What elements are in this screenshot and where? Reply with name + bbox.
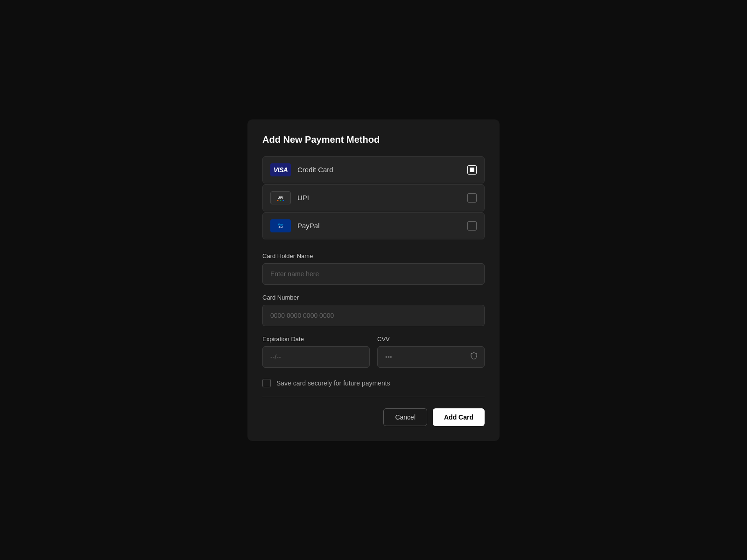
save-card-checkbox[interactable] xyxy=(262,379,271,387)
upi-logo-svg: UPI xyxy=(272,193,289,203)
add-payment-modal: Add New Payment Method VISA Credit Card … xyxy=(247,119,500,441)
cvv-group: CVV xyxy=(377,336,485,368)
card-form: Card Holder Name Card Number Expiration … xyxy=(262,252,485,368)
expiry-cvv-row: Expiration Date CVV xyxy=(262,336,485,368)
card-holder-name-group: Card Holder Name xyxy=(262,252,485,285)
svg-point-3 xyxy=(280,200,281,201)
cvv-label: CVV xyxy=(377,336,485,343)
svg-text:Pay: Pay xyxy=(278,223,283,226)
svg-text:UPI: UPI xyxy=(278,196,284,199)
svg-point-4 xyxy=(283,200,284,201)
svg-point-2 xyxy=(277,200,278,201)
card-holder-name-label: Card Holder Name xyxy=(262,252,485,259)
visa-logo-text: VISA xyxy=(274,166,288,174)
upi-checkbox[interactable] xyxy=(467,193,477,203)
expiration-date-input[interactable] xyxy=(262,346,370,368)
cvv-input[interactable] xyxy=(377,346,485,368)
add-card-button[interactable]: Add Card xyxy=(433,408,485,426)
card-number-input[interactable] xyxy=(262,305,485,326)
paypal-checkbox[interactable] xyxy=(467,221,477,231)
save-card-row: Save card securely for future payments xyxy=(262,379,485,397)
modal-title: Add New Payment Method xyxy=(262,134,485,145)
payment-option-credit-card[interactable]: VISA Credit Card xyxy=(262,156,485,183)
paypal-logo: Pay Pal xyxy=(270,219,291,232)
card-number-label: Card Number xyxy=(262,294,485,301)
credit-card-label: Credit Card xyxy=(297,166,333,174)
visa-logo: VISA xyxy=(270,163,291,176)
expiration-date-group: Expiration Date xyxy=(262,336,370,368)
card-number-group: Card Number xyxy=(262,294,485,326)
expiration-date-label: Expiration Date xyxy=(262,336,370,343)
credit-card-checkbox[interactable] xyxy=(467,165,477,175)
card-holder-name-input[interactable] xyxy=(262,263,485,285)
save-card-label: Save card securely for future payments xyxy=(276,379,390,387)
payment-option-upi[interactable]: UPI UPI xyxy=(262,184,485,211)
cvv-input-wrapper xyxy=(377,346,485,368)
paypal-logo-svg: Pay Pal xyxy=(272,220,289,231)
modal-actions: Cancel Add Card xyxy=(262,408,485,426)
upi-logo: UPI xyxy=(270,191,291,204)
paypal-label: PayPal xyxy=(297,222,320,230)
shield-icon xyxy=(470,352,478,362)
upi-label: UPI xyxy=(297,194,309,202)
payment-options-list: VISA Credit Card UPI UPI xyxy=(262,156,485,239)
cancel-button[interactable]: Cancel xyxy=(383,408,427,426)
payment-option-paypal[interactable]: Pay Pal PayPal xyxy=(262,212,485,239)
svg-text:Pal: Pal xyxy=(278,226,282,229)
